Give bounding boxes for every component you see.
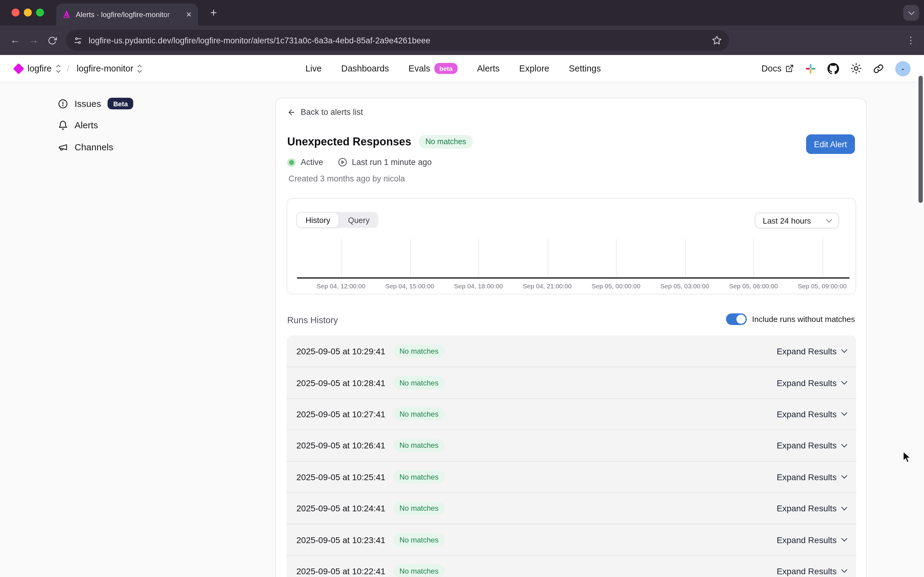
run-row[interactable]: 2025-09-05 at 10:27:41 No matches Expand… bbox=[287, 398, 856, 430]
browser-toolbar: ← → logfire-us.pydantic.dev/logfire/logf… bbox=[0, 26, 924, 55]
run-row[interactable]: 2025-09-05 at 10:24:41 No matches Expand… bbox=[287, 492, 856, 524]
nav-item-live[interactable]: Live bbox=[305, 63, 321, 73]
alert-status-badge: No matches bbox=[419, 135, 473, 148]
arrow-left-icon bbox=[287, 108, 296, 116]
run-row[interactable]: 2025-09-05 at 10:29:41 No matches Expand… bbox=[287, 335, 856, 367]
sidebar-item-alerts[interactable]: Alerts bbox=[58, 120, 98, 130]
run-status-badge: No matches bbox=[393, 533, 445, 546]
project-selector[interactable]: logfire-monitor bbox=[77, 63, 133, 73]
expand-results-button[interactable]: Expand Results bbox=[777, 346, 847, 356]
run-status-badge: No matches bbox=[393, 345, 445, 357]
run-status-badge: No matches bbox=[393, 471, 445, 484]
chevron-down-icon bbox=[841, 504, 847, 510]
slack-icon[interactable] bbox=[805, 63, 816, 74]
scrollbar-thumb[interactable] bbox=[919, 76, 922, 203]
nav-item-dashboards[interactable]: Dashboards bbox=[341, 63, 389, 73]
tab-query[interactable]: Query bbox=[339, 212, 378, 228]
run-row[interactable]: 2025-09-05 at 10:22:41 No matches Expand… bbox=[287, 555, 856, 577]
run-status-badge: No matches bbox=[393, 376, 445, 389]
nav-right: Docs - bbox=[761, 61, 911, 76]
x-tick-label: Sep 04, 21:00:00 bbox=[514, 282, 581, 290]
alert-detail-panel: Back to alerts list Unexpected Responses… bbox=[275, 98, 866, 577]
nav-item-alerts[interactable]: Alerts bbox=[477, 63, 500, 73]
run-row[interactable]: 2025-09-05 at 10:28:41 No matches Expand… bbox=[287, 367, 856, 398]
expand-results-button[interactable]: Expand Results bbox=[777, 472, 847, 482]
runs-history-heading: Runs History bbox=[287, 315, 338, 325]
org-selector[interactable]: logfire bbox=[27, 63, 52, 73]
github-icon[interactable] bbox=[827, 63, 839, 74]
maximize-window-button[interactable] bbox=[36, 8, 44, 16]
tab-history[interactable]: History bbox=[297, 212, 339, 228]
edit-alert-button[interactable]: Edit Alert bbox=[806, 134, 855, 154]
expand-results-button[interactable]: Expand Results bbox=[777, 503, 847, 513]
new-tab-button[interactable]: + bbox=[210, 6, 217, 19]
external-link-icon bbox=[785, 64, 794, 73]
run-status-badge: No matches bbox=[393, 502, 445, 515]
browser-forward-button[interactable]: → bbox=[24, 34, 43, 47]
browser-back-button[interactable]: ← bbox=[6, 34, 24, 47]
active-dot-icon bbox=[287, 158, 296, 166]
share-link-icon[interactable] bbox=[873, 63, 884, 74]
nav-item-explore[interactable]: Explore bbox=[519, 63, 549, 73]
favicon-logfire-icon bbox=[62, 10, 71, 19]
project-selector-icon[interactable] bbox=[138, 65, 141, 72]
run-row[interactable]: 2025-09-05 at 10:25:41 No matches Expand… bbox=[287, 461, 856, 492]
app-nav: logfire / logfire-monitor Live Dashboard… bbox=[0, 55, 924, 82]
url-bar[interactable]: logfire-us.pydantic.dev/logfire/logfire-… bbox=[66, 30, 729, 51]
breadcrumb: logfire / logfire-monitor bbox=[15, 63, 141, 73]
expand-results-button[interactable]: Expand Results bbox=[777, 409, 847, 419]
include-runs-toggle[interactable] bbox=[726, 313, 747, 325]
megaphone-icon bbox=[58, 142, 68, 152]
user-avatar[interactable]: - bbox=[895, 61, 911, 76]
run-status-badge: No matches bbox=[393, 408, 445, 421]
expand-results-button[interactable]: Expand Results bbox=[777, 535, 847, 545]
sidebar-item-issues[interactable]: Issues Beta bbox=[58, 98, 133, 110]
browser-tab[interactable]: Alerts · logfire/logfire-monitor ✕ bbox=[56, 4, 198, 26]
theme-sun-icon[interactable] bbox=[851, 63, 862, 74]
run-row[interactable]: 2025-09-05 at 10:23:41 No matches Expand… bbox=[287, 524, 856, 555]
expand-results-button[interactable]: Expand Results bbox=[777, 566, 847, 576]
include-runs-toggle-row: Include runs without matches bbox=[726, 313, 855, 325]
x-tick-label: Sep 05, 00:00:00 bbox=[582, 282, 650, 290]
x-tick-label: Sep 05, 09:00:00 bbox=[789, 282, 856, 290]
issues-beta-badge: Beta bbox=[108, 98, 134, 110]
site-settings-icon[interactable] bbox=[73, 36, 82, 45]
run-status-badge: No matches bbox=[393, 439, 445, 452]
active-status: Active bbox=[287, 158, 323, 167]
x-tick-label: Sep 05, 03:00:00 bbox=[651, 282, 718, 290]
browser-menu-icon[interactable]: ⋮ bbox=[906, 35, 916, 46]
evals-beta-badge: beta bbox=[434, 63, 457, 74]
created-meta: Created 3 months ago by nicola bbox=[289, 174, 405, 183]
org-selector-icon[interactable] bbox=[56, 65, 60, 72]
history-query-tabs: History Query bbox=[297, 212, 378, 228]
chevron-down-icon bbox=[841, 535, 847, 542]
x-tick-label: Sep 04, 18:00:00 bbox=[445, 282, 512, 290]
breadcrumb-separator: / bbox=[67, 63, 69, 73]
chevron-down-icon bbox=[841, 473, 847, 479]
sidebar-item-channels[interactable]: Channels bbox=[58, 142, 113, 152]
browser-reload-button[interactable] bbox=[43, 36, 61, 45]
run-row[interactable]: 2025-09-05 at 10:26:41 No matches Expand… bbox=[287, 429, 856, 461]
toggle-label: Include runs without matches bbox=[752, 314, 855, 324]
chevron-down-icon bbox=[841, 347, 847, 353]
back-to-alerts-link[interactable]: Back to alerts list bbox=[287, 108, 363, 117]
nav-items: Live Dashboards Evals beta Alerts Explor… bbox=[305, 63, 601, 74]
time-range-dropdown[interactable]: Last 24 hours bbox=[755, 213, 839, 229]
page-title: Unexpected Responses bbox=[287, 135, 411, 148]
close-window-button[interactable] bbox=[11, 8, 19, 16]
expand-results-button[interactable]: Expand Results bbox=[777, 441, 847, 451]
x-tick-label: Sep 04, 12:00:00 bbox=[307, 282, 375, 290]
nav-item-settings[interactable]: Settings bbox=[569, 63, 601, 73]
bookmark-star-icon[interactable] bbox=[712, 35, 722, 45]
chevron-down-icon bbox=[841, 442, 847, 448]
minimize-window-button[interactable] bbox=[24, 8, 32, 16]
last-run-status: Last run 1 minute ago bbox=[338, 158, 432, 167]
docs-link[interactable]: Docs bbox=[761, 63, 794, 73]
expand-results-button[interactable]: Expand Results bbox=[777, 378, 847, 388]
bell-icon bbox=[58, 120, 68, 130]
tab-close-icon[interactable]: ✕ bbox=[186, 10, 192, 19]
history-chart: Sep 04, 12:00:00 Sep 04, 15:00:00 Sep 04… bbox=[297, 239, 850, 277]
nav-item-evals[interactable]: Evals beta bbox=[408, 63, 457, 74]
browser-tab-strip: Alerts · logfire/logfire-monitor ✕ + bbox=[0, 0, 924, 26]
tab-search-button[interactable] bbox=[903, 5, 919, 21]
